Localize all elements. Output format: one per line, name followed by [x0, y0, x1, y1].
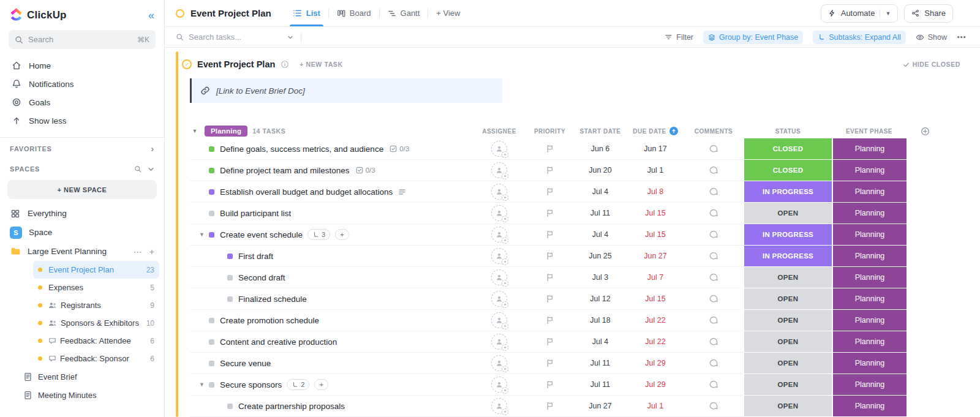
- priority-cell[interactable]: [527, 288, 573, 310]
- task-status-bullet[interactable]: [209, 189, 214, 195]
- sidebar-item-everything[interactable]: Everything: [0, 204, 164, 223]
- status-cell[interactable]: IN PROGRESS: [744, 181, 832, 203]
- tab-gantt[interactable]: Gantt: [380, 0, 428, 26]
- priority-cell[interactable]: [527, 267, 573, 288]
- task-name[interactable]: Establish overall budget and budget allo…: [220, 187, 393, 197]
- task-name[interactable]: Build participant list: [220, 209, 291, 218]
- event-phase-cell[interactable]: Planning: [833, 267, 907, 288]
- task-search-input[interactable]: [189, 32, 282, 42]
- task-row[interactable]: ▼ Content and creative production + Jul …: [190, 331, 980, 353]
- expand-toggle-icon[interactable]: ▼: [197, 381, 206, 388]
- task-name-cell[interactable]: ▼ Second draft: [190, 267, 472, 288]
- priority-flag-icon[interactable]: [546, 166, 554, 175]
- assignee-add-icon[interactable]: +: [491, 205, 507, 221]
- favorites-header[interactable]: FAVORITES ›: [0, 137, 164, 159]
- sort-ascending-icon[interactable]: [669, 127, 678, 135]
- event-phase-cell[interactable]: Planning: [833, 288, 907, 310]
- tab-list[interactable]: List: [285, 0, 328, 26]
- task-name-cell[interactable]: ▼ Content and creative production: [190, 331, 472, 353]
- task-status-bullet[interactable]: [209, 339, 214, 345]
- sidebar-item-space[interactable]: S Space: [0, 223, 164, 242]
- due-date-cell[interactable]: Jul 15: [628, 288, 683, 310]
- task-name-cell[interactable]: ▼ Build participant list: [190, 203, 472, 224]
- link-banner-text[interactable]: [Link to Event Brief Doc]: [216, 86, 305, 96]
- task-row[interactable]: ▼ Define project team and milestones 0/3…: [190, 160, 980, 181]
- priority-flag-icon[interactable]: [546, 187, 554, 196]
- task-name-cell[interactable]: ▼ Define goals, success metrics, and aud…: [190, 138, 472, 160]
- event-phase-cell[interactable]: Planning: [833, 203, 907, 224]
- task-name[interactable]: Content and creative production: [220, 337, 337, 347]
- sidebar-list-expenses[interactable]: Expenses 5: [33, 279, 159, 296]
- priority-cell[interactable]: [527, 138, 573, 160]
- spaces-header[interactable]: SPACES: [0, 159, 164, 179]
- event-phase-cell[interactable]: Planning: [833, 181, 907, 203]
- task-name-cell[interactable]: ▼ First draft: [190, 246, 472, 267]
- link-banner[interactable]: [Link to Event Brief Doc]: [190, 78, 502, 103]
- status-cell[interactable]: OPEN: [744, 203, 832, 224]
- column-header-comments[interactable]: COMMENTS: [683, 128, 744, 135]
- task-name[interactable]: Finalized schedule: [238, 295, 307, 304]
- priority-cell[interactable]: [527, 160, 573, 181]
- task-name[interactable]: First draft: [238, 252, 273, 261]
- comment-icon[interactable]: [709, 315, 718, 325]
- start-date-cell[interactable]: Jul 18: [573, 310, 628, 331]
- event-phase-cell[interactable]: Planning: [833, 246, 907, 267]
- comments-cell[interactable]: [683, 203, 744, 224]
- priority-cell[interactable]: [527, 396, 573, 417]
- column-header-event-phase[interactable]: EVENT PHASE: [832, 128, 907, 135]
- priority-flag-icon[interactable]: [546, 273, 554, 282]
- assignee-add-icon[interactable]: +: [491, 398, 507, 414]
- task-row[interactable]: ▼ Finalized schedule + Jul 12 Jul 15 OPE…: [190, 288, 980, 310]
- sidebar-collapse-button[interactable]: «: [148, 10, 154, 21]
- comments-cell[interactable]: [683, 267, 744, 288]
- status-cell[interactable]: OPEN: [744, 310, 832, 331]
- sidebar-folder-large-event-planning[interactable]: Large Event Planning ⋯ +: [0, 242, 164, 261]
- assignee-cell[interactable]: +: [472, 331, 527, 353]
- due-date-cell[interactable]: Jul 1: [628, 160, 683, 181]
- sidebar-item-notifications[interactable]: Notifications: [5, 75, 159, 93]
- task-status-bullet[interactable]: [209, 361, 214, 366]
- assignee-cell[interactable]: +: [472, 396, 527, 417]
- sidebar-search[interactable]: ⌘K: [9, 30, 156, 49]
- sidebar-list-feedback-attendee[interactable]: Feedback: Attendee 6: [33, 332, 159, 350]
- status-cell[interactable]: OPEN: [744, 331, 832, 353]
- priority-flag-icon[interactable]: [546, 145, 554, 153]
- tab-board[interactable]: Board: [329, 0, 379, 26]
- status-cell[interactable]: CLOSED: [744, 138, 832, 160]
- start-date-cell[interactable]: Jul 4: [573, 331, 628, 353]
- assignee-cell[interactable]: +: [472, 224, 527, 246]
- comments-cell[interactable]: [683, 181, 744, 203]
- folder-more-icon[interactable]: ⋯: [134, 247, 142, 257]
- assignee-cell[interactable]: +: [472, 138, 527, 160]
- subtask-count-badge[interactable]: 3: [307, 229, 330, 240]
- start-date-cell[interactable]: Jun 6: [573, 138, 628, 160]
- task-status-bullet[interactable]: [209, 211, 214, 216]
- due-date-cell[interactable]: Jul 8: [628, 181, 683, 203]
- priority-cell[interactable]: [527, 374, 573, 396]
- group-by-button[interactable]: Group by: Event Phase: [703, 31, 803, 44]
- status-cell[interactable]: OPEN: [744, 288, 832, 310]
- subtask-count-badge[interactable]: 2: [287, 379, 309, 390]
- assignee-add-icon[interactable]: +: [491, 312, 507, 328]
- clickup-logo[interactable]: ClickUp: [10, 7, 67, 23]
- event-phase-cell[interactable]: Planning: [833, 310, 907, 331]
- task-status-bullet[interactable]: [209, 168, 214, 173]
- comments-cell[interactable]: [683, 331, 744, 353]
- priority-cell[interactable]: [527, 246, 573, 267]
- assignee-cell[interactable]: +: [472, 181, 527, 203]
- assignee-add-icon[interactable]: +: [491, 227, 507, 242]
- comment-icon[interactable]: [709, 208, 718, 218]
- assignee-add-icon[interactable]: +: [491, 184, 507, 200]
- filter-button[interactable]: Filter: [665, 33, 693, 42]
- task-row[interactable]: ▼ Define goals, success metrics, and aud…: [190, 138, 980, 160]
- priority-flag-icon[interactable]: [546, 359, 554, 367]
- assignee-cell[interactable]: +: [472, 288, 527, 310]
- column-header-assignee[interactable]: ASSIGNEE: [472, 128, 527, 135]
- priority-cell[interactable]: [527, 181, 573, 203]
- status-cell[interactable]: OPEN: [744, 267, 832, 288]
- start-date-cell[interactable]: Jul 12: [573, 288, 628, 310]
- task-name-cell[interactable]: ▼ Create promotion schedule: [190, 310, 472, 331]
- task-status-bullet[interactable]: [209, 232, 214, 238]
- task-row[interactable]: ▼ Create partnership proposals + Jun 27 …: [190, 396, 980, 417]
- comments-cell[interactable]: [683, 353, 744, 374]
